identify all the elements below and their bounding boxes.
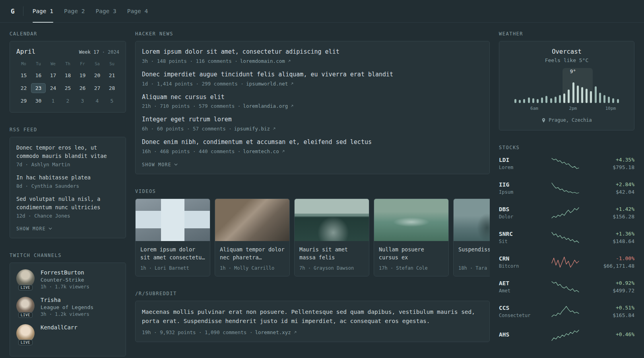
channel-game: League of Legends xyxy=(41,304,93,310)
hn-item[interactable]: Integer eget rutrum lorem6h · 60 points … xyxy=(142,115,483,132)
stock-sparkline xyxy=(540,281,590,293)
rss-section-title: RSS FEED xyxy=(10,127,126,132)
hacker-news-section-title: HACKER NEWS xyxy=(135,31,490,37)
twitch-channel[interactable]: LIVEKendallCarr xyxy=(16,324,119,342)
hn-item-meta: 6h · 60 points · 57 comments ·ipsumify.b… xyxy=(142,126,483,132)
stock-row[interactable]: IIGIpsum+2.84%$42.04 xyxy=(499,181,634,195)
video-card[interactable]: Mauris sit amet massa felis7h · Grayson … xyxy=(294,198,369,276)
nav-tab-page-4[interactable]: Page 4 xyxy=(127,0,148,22)
channel-info: ForrestBurtonCounter-Strike1h · 1.7k vie… xyxy=(41,269,89,290)
rss-item[interactable]: Sed volutpat nulla nisl, a condimentum n… xyxy=(16,195,119,219)
chevron-down-icon xyxy=(48,227,52,230)
twitch-channel[interactable]: LIVETrishaLeague of Legends3h · 1.2k vie… xyxy=(16,297,119,317)
rss-item[interactable]: In hac habitasse platea8d · Cynthia Saun… xyxy=(16,173,119,189)
rss-card: Donec tempor eros leo, ut commodo mauris… xyxy=(10,137,126,238)
hn-item-source[interactable]: loremtech.co xyxy=(243,148,279,154)
weather-bar xyxy=(595,86,597,103)
stock-row[interactable]: DBSDolor+1.42%$156.28 xyxy=(499,206,634,220)
hn-item-meta: 16h · 468 points · 440 comments ·loremte… xyxy=(142,148,483,154)
channel-game: Counter-Strike xyxy=(41,277,89,283)
rss-show-more-button[interactable]: SHOW MORE xyxy=(16,226,52,232)
stock-values: +0.46% xyxy=(590,331,634,339)
subreddit-widget: /R/SUBREDDIT Maecenas mollis pulvinar er… xyxy=(135,291,490,342)
stock-row[interactable]: AETAmet+0.92%$499.72 xyxy=(499,280,634,294)
weather-card: Overcast Feels like 5°C 9° 6am2pm10pm Pr… xyxy=(499,41,634,130)
channel-name: ForrestBurton xyxy=(41,269,89,276)
stock-row[interactable]: CRNBitcorn-1.00%$66,171.48 xyxy=(499,255,634,269)
hn-item-source[interactable]: loremdomain.com xyxy=(240,58,285,64)
videos-widget: VIDEOS Lorem ipsum dolor sit amet consec… xyxy=(135,189,490,276)
hn-show-more-label: SHOW MORE xyxy=(142,162,171,167)
calendar-day: 21 xyxy=(105,70,119,80)
stock-name: Ipsum xyxy=(499,189,540,195)
video-meta: 1h · Molly Carrillo xyxy=(220,265,285,271)
stock-symbol: CRN xyxy=(499,255,540,262)
stock-row[interactable]: SNRCSit+1.36%$148.64 xyxy=(499,231,634,244)
calendar-day: 5 xyxy=(105,96,119,106)
channel-name: Trisha xyxy=(41,297,93,303)
subreddit-post-text[interactable]: Maecenas mollis pulvinar erat non posuer… xyxy=(142,307,483,326)
rss-list: Donec tempor eros leo, ut commodo mauris… xyxy=(16,144,119,219)
weather-bar xyxy=(563,93,565,103)
rss-show-more-label: SHOW MORE xyxy=(16,226,46,232)
twitch-channel[interactable]: LIVEForrestBurtonCounter-Strike1h · 1.7k… xyxy=(16,269,119,290)
calendar-week-number: Week 17 xyxy=(79,49,99,55)
video-title: Mauris sit amet massa felis xyxy=(299,245,364,261)
stock-values: +2.84%$42.04 xyxy=(590,181,634,195)
app-logo[interactable]: G xyxy=(11,8,15,15)
weather-bar xyxy=(523,99,525,103)
weather-bar xyxy=(603,95,605,103)
hn-item[interactable]: Lorem ipsum dolor sit amet, consectetur … xyxy=(142,48,483,64)
rss-item[interactable]: Donec tempor eros leo, ut commodo mauris… xyxy=(16,144,119,167)
calendar-day-selected: 23 xyxy=(31,83,46,93)
video-card-body: Suspendisse diam18h · Tara xyxy=(454,241,490,276)
hn-item[interactable]: Aliquam nec cursus elit21h · 710 points … xyxy=(142,93,483,109)
stock-row[interactable]: CCSConsectetur+0.51%$165.84 xyxy=(499,305,634,318)
stock-change: +1.36% xyxy=(590,231,634,237)
weather-section-title: WEATHER xyxy=(499,31,634,37)
subreddit-post-source[interactable]: loremnet.xyz xyxy=(255,329,291,335)
calendar-day: 19 xyxy=(75,70,90,80)
weather-bars xyxy=(514,68,619,103)
video-card[interactable]: Suspendisse diam18h · Tara xyxy=(453,198,490,276)
weather-bar xyxy=(572,82,574,103)
video-card[interactable]: Nullam posuere cursus ex17h · Stefan Col… xyxy=(374,198,449,276)
calendar-day-header: Th xyxy=(60,59,75,68)
stock-change: +0.51% xyxy=(590,305,634,311)
weather-bar xyxy=(514,99,516,103)
weather-time-label: 2pm xyxy=(569,106,577,111)
stock-name: Sit xyxy=(499,239,540,244)
calendar-day-header: Tu xyxy=(31,59,46,68)
nav-tab-page-2[interactable]: Page 2 xyxy=(64,0,85,22)
stock-values: +0.51%$165.84 xyxy=(590,305,634,318)
stock-sparkline-chart xyxy=(551,329,580,341)
video-card[interactable]: Aliquam tempor dolor nec pharetra…1h · M… xyxy=(215,198,290,276)
stock-row[interactable]: LDILorem+4.35%$795.18 xyxy=(499,157,634,170)
location-pin-icon xyxy=(541,118,546,123)
twitch-list: LIVEForrestBurtonCounter-Strike1h · 1.7k… xyxy=(16,269,119,342)
hn-item[interactable]: Donec enim nibh, condimentum et accumsan… xyxy=(142,138,483,154)
nav-tab-page-3[interactable]: Page 3 xyxy=(95,0,116,22)
stock-change: +0.92% xyxy=(590,280,634,286)
calendar-day: 3 xyxy=(75,96,90,106)
weather-bar xyxy=(555,97,557,103)
calendar-day: 15 xyxy=(16,70,31,80)
hn-item-source[interactable]: ipsumworld.net xyxy=(246,81,288,87)
stock-row[interactable]: AHS+0.46% xyxy=(499,329,634,341)
hn-item-title: Integer eget rutrum lorem xyxy=(142,115,483,124)
stock-sparkline xyxy=(540,158,590,169)
hn-item-meta: 3h · 148 points · 116 comments ·loremdom… xyxy=(142,58,483,64)
weather-bar xyxy=(599,93,601,103)
video-thumbnail xyxy=(454,199,490,241)
hn-show-more-button[interactable]: SHOW MORE xyxy=(142,162,178,167)
hn-item[interactable]: Donec imperdiet augue tincidunt felis al… xyxy=(142,70,483,87)
subreddit-post-meta: 19h · 9,932 points · 1,090 comments · lo… xyxy=(142,329,483,335)
calendar-year: 2024 xyxy=(108,49,119,55)
weather-location[interactable]: Prague, Czechia xyxy=(541,117,592,123)
hn-item-source[interactable]: loremlandia.org xyxy=(243,103,288,109)
nav-tab-page-1[interactable]: Page 1 xyxy=(33,0,53,22)
stock-sparkline-chart xyxy=(551,305,580,317)
hn-item-meta: 1d · 1,414 points · 299 comments ·ipsumw… xyxy=(142,81,483,87)
video-card[interactable]: Lorem ipsum dolor sit amet consectetu…1h… xyxy=(135,198,210,276)
hn-item-source[interactable]: ipsumify.biz xyxy=(234,126,270,132)
